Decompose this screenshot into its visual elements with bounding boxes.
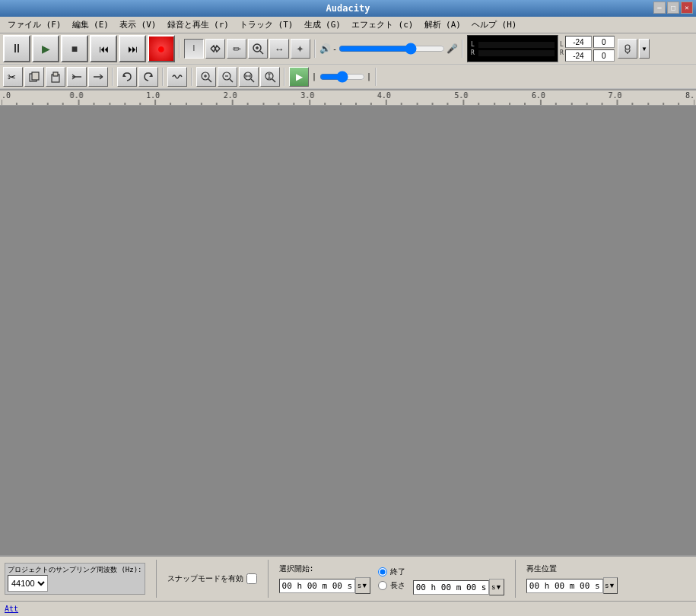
play-button[interactable]: ▶ [32, 35, 59, 62]
maximize-button[interactable]: □ [667, 2, 679, 14]
toolbars: ⏸ ▶ ■ ⏮ ⏭ ● I ✏ [0, 33, 696, 90]
undo-button[interactable] [117, 67, 137, 87]
end-length-group: 終了 長さ [378, 567, 405, 591]
svg-point-5 [625, 45, 630, 49]
vu-right-label: R [471, 49, 477, 56]
ruler-canvas [2, 90, 694, 106]
playback-play-icon: ▶ [296, 71, 303, 82]
redo-icon [142, 71, 154, 83]
level-left-db[interactable] [565, 36, 592, 48]
mic-level-dropdown[interactable]: ▼ [639, 39, 650, 59]
end-time-input-group: 00 h 00 m 00 s s▼ [413, 579, 504, 595]
level-numbers: L R [560, 41, 564, 56]
trim-icon [71, 71, 83, 83]
menu-bar: ファイル (F) 編集 (E) 表示 (V) 録音と再生 (r) トラック (T… [0, 17, 696, 33]
menu-view[interactable]: 表示 (V) [115, 17, 161, 32]
sample-rate-select[interactable]: 44100 48000 22050 16000 [8, 575, 48, 592]
fit-height-button[interactable] [260, 67, 280, 87]
snap-checkbox[interactable] [246, 573, 257, 584]
separator-2 [314, 40, 316, 58]
level-right-label: R [560, 49, 564, 56]
separator-3 [462, 40, 463, 58]
skip-back-button[interactable]: ⏮ [90, 35, 117, 62]
playback-pos-input-group: 00 h 00 m 00 s s▼ [526, 577, 618, 594]
level-right-zero[interactable] [593, 49, 615, 62]
playback-speed-slider[interactable] [319, 72, 365, 81]
mic-monitor-button[interactable] [618, 39, 637, 59]
level-left-zero[interactable] [593, 36, 615, 48]
playback-speed-label: | [312, 72, 316, 81]
end-label: 終了 [390, 567, 405, 577]
playback-play-button[interactable]: ▶ [289, 67, 309, 87]
envelope-tool-button[interactable] [205, 39, 225, 59]
zoom-in-button[interactable] [196, 67, 216, 87]
select-tool-button[interactable]: I [184, 39, 204, 59]
pencil-tool-button[interactable]: ✏ [227, 39, 246, 59]
playback-pos-unit-btn[interactable]: s▼ [603, 577, 618, 594]
volume-slider[interactable] [338, 43, 445, 54]
mic-icon: 🎤 [447, 43, 458, 54]
window-title: Audacity [326, 3, 370, 14]
selection-start-value: 00 h 00 m 00 s [282, 581, 353, 591]
fit-height-icon [264, 71, 276, 83]
menu-generate[interactable]: 生成 (G) [300, 17, 346, 32]
paste-button[interactable] [46, 67, 65, 87]
redo-button[interactable] [138, 67, 158, 87]
copy-button[interactable] [24, 67, 44, 87]
sample-rate-group: プロジェクトのサンプリング周波数 (Hz): 44100 48000 22050… [5, 563, 145, 595]
stop-button[interactable]: ■ [61, 35, 88, 62]
separator-8 [375, 68, 377, 86]
selection-start-unit-btn[interactable]: s▼ [355, 577, 370, 594]
zoom-in-btn-icon [200, 71, 212, 83]
vu-right-bar [478, 50, 555, 56]
svg-line-21 [208, 79, 211, 82]
menu-edit[interactable]: 編集 (E) [68, 17, 114, 32]
svg-text:✂: ✂ [8, 71, 16, 83]
draw-waveform-button[interactable] [167, 67, 187, 87]
selection-start-label: 選択開始: [279, 564, 370, 574]
stop-icon: ■ [72, 43, 78, 55]
track-area [0, 106, 696, 555]
separator-7 [284, 68, 285, 86]
snap-label: スナップモードを有効 [167, 573, 243, 584]
end-time-display[interactable]: 00 h 00 m 00 s [413, 580, 490, 595]
skip-forward-button[interactable]: ⏭ [119, 35, 146, 62]
playback-pos-value: 00 h 00 m 00 s [529, 581, 600, 591]
snap-group: スナップモードを有効 [167, 573, 257, 584]
menu-help[interactable]: ヘルプ (H) [467, 17, 522, 32]
cut-icon: ✂ [7, 71, 19, 83]
vu-left-bar [478, 42, 555, 48]
playback-pos-display[interactable]: 00 h 00 m 00 s [526, 579, 603, 593]
selection-start-display[interactable]: 00 h 00 m 00 s [279, 579, 356, 593]
menu-tracks[interactable]: トラック (T) [235, 17, 298, 32]
divider-1 [156, 560, 157, 598]
svg-rect-11 [53, 72, 58, 76]
divider-2 [268, 560, 269, 598]
zoom-out-button[interactable] [218, 67, 237, 87]
end-radio[interactable] [378, 567, 387, 576]
menu-transport[interactable]: 録音と再生 (r) [163, 17, 234, 32]
divider-3 [515, 560, 516, 598]
multi-tool-button[interactable]: ✦ [291, 39, 310, 59]
selection-start-input-group: 00 h 00 m 00 s s▼ [279, 577, 370, 594]
menu-effect[interactable]: エフェクト (c) [347, 17, 418, 32]
toolbar-row-1: ⏸ ▶ ■ ⏮ ⏭ ● I ✏ [0, 33, 696, 65]
level-right-db[interactable] [565, 49, 592, 62]
menu-file[interactable]: ファイル (F) [3, 17, 66, 32]
timeshift-tool-button[interactable]: ↔ [269, 39, 289, 59]
length-radio[interactable] [378, 581, 387, 590]
trim-button[interactable] [67, 67, 87, 87]
menu-analyze[interactable]: 解析 (A) [420, 17, 466, 32]
record-button[interactable]: ● [148, 35, 175, 62]
play-icon: ▶ [42, 43, 50, 55]
vu-meter-right: R [471, 49, 555, 56]
silence-button[interactable] [88, 67, 108, 87]
cut-button[interactable]: ✂ [3, 67, 23, 87]
fit-width-button[interactable] [239, 67, 259, 87]
minimize-button[interactable]: — [653, 2, 666, 14]
pause-button[interactable]: ⏸ [3, 35, 30, 62]
close-button[interactable]: ✕ [681, 2, 693, 14]
zoom-tool-button[interactable] [248, 39, 268, 59]
timeshift-icon: ↔ [275, 44, 284, 54]
end-time-unit-btn[interactable]: s▼ [489, 579, 504, 595]
